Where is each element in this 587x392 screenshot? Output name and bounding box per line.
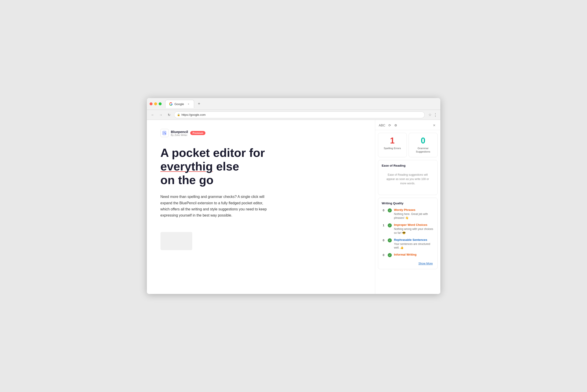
refresh-button[interactable]: ↻	[166, 112, 172, 118]
address-bar-input[interactable]: 🔒 https://google.com	[174, 112, 425, 118]
improper-word-choices-count: 1	[382, 224, 386, 227]
address-bar: ← → ↻ 🔒 https://google.com ☆ ⋮	[147, 110, 440, 120]
hero-line1: A pocket editor for	[160, 146, 265, 159]
app-subtitle: By Zoho Writer	[171, 134, 188, 136]
bluepencil-panel: ABC ⟳ ⚙ ✕ 1 Spelling Errors 0 Grammar Su…	[375, 120, 440, 294]
app-name: Bluepencil	[171, 130, 188, 134]
improper-word-choices-info: Improper Word Choices Nothing wrong with…	[394, 223, 434, 235]
lock-icon: 🔒	[177, 113, 180, 116]
premium-badge: Premium	[190, 131, 206, 135]
ease-of-reading-note: Ease of Reading suggestions will appear …	[382, 170, 434, 191]
improper-word-choices-name[interactable]: Improper Word Choices	[394, 223, 434, 226]
informal-writing-check-icon: ✓	[388, 253, 392, 257]
app-header: Bluepencil By Zoho Writer Premium	[160, 129, 361, 137]
address-text: https://google.com	[182, 113, 422, 116]
informal-writing-name[interactable]: Informal Writing	[394, 253, 434, 256]
hero-section: A pocket editor for everythig else on th…	[160, 146, 361, 187]
rephrasable-sentences-count: 0	[382, 238, 386, 242]
grammar-suggestions-card: 0 Grammar Suggestions	[408, 133, 438, 157]
panel-close-button[interactable]: ✕	[433, 124, 437, 127]
hero-heading: A pocket editor for everythig else on th…	[160, 146, 361, 187]
wordy-phrases-check-icon: ✓	[388, 208, 392, 212]
maximize-window-button[interactable]	[159, 102, 162, 105]
rephrasable-sentences-name[interactable]: Rephrasable Sentences	[394, 238, 434, 242]
close-x-icon: ✕	[433, 124, 436, 127]
informal-writing-item: 0 ✓ Informal Writing	[382, 253, 434, 257]
informal-writing-info: Informal Writing	[394, 253, 434, 257]
close-window-button[interactable]	[150, 102, 152, 105]
back-button[interactable]: ←	[150, 112, 156, 118]
rephrasable-sentences-item: 0 ✓ Rephrasable Sentences Your sentences…	[382, 238, 434, 250]
spelling-errors-card: 1 Spelling Errors	[378, 133, 407, 157]
wordy-phrases-desc: Nothing here. Great job with phrases! 👋	[394, 212, 434, 220]
wordy-phrases-item: 0 ✓ Wordy Phrases Nothing here. Great jo…	[382, 208, 434, 220]
settings-icon[interactable]: ⚙	[394, 124, 397, 127]
spelling-errors-count: 1	[381, 137, 404, 145]
main-content-area: Bluepencil By Zoho Writer Premium A pock…	[147, 120, 375, 294]
writing-quality-title: Writing Quality	[382, 202, 434, 205]
browser-tab[interactable]: Google ×	[165, 100, 194, 108]
app-logo	[160, 129, 169, 137]
hero-line3: on the go	[160, 174, 214, 186]
content-thumbnail	[160, 232, 192, 250]
wordy-phrases-name[interactable]: Wordy Phrases	[394, 208, 434, 212]
title-bar: Google × +	[147, 98, 440, 110]
spelling-errors-label: Spelling Errors	[381, 147, 404, 150]
rephrasable-sentences-check-icon: ✓	[388, 238, 392, 242]
app-title-block: Bluepencil By Zoho Writer	[171, 130, 188, 136]
rephrasable-sentences-desc: Your sentences are structured well. 👍	[394, 242, 434, 250]
panel-toolbar: ABC ⟳ ⚙ ✕	[375, 124, 440, 130]
hero-line2-underlined: everythig	[160, 160, 213, 173]
bookmark-button[interactable]: ☆	[428, 112, 432, 117]
tab-close-button[interactable]: ×	[186, 102, 190, 106]
hero-line2-rest: else	[213, 160, 239, 173]
show-more-link[interactable]: Show More	[418, 262, 433, 265]
grammar-count: 0	[412, 137, 435, 145]
browser-window: Google × + ← → ↻ 🔒 https://google.com ☆ …	[147, 98, 440, 294]
show-more-section: Show More	[382, 260, 434, 265]
page-content: Bluepencil By Zoho Writer Premium A pock…	[147, 120, 440, 294]
wordy-phrases-info: Wordy Phrases Nothing here. Great job wi…	[394, 208, 434, 220]
wordy-phrases-count: 0	[382, 208, 386, 212]
tab-favicon	[169, 102, 173, 106]
improper-word-choices-check-icon: ✓	[388, 223, 392, 228]
hero-body-text: Need more than spelling and grammar chec…	[160, 194, 272, 218]
writing-quality-section: Writing Quality 0 ✓ Wordy Phrases Nothin…	[378, 198, 438, 269]
grammar-label: Grammar Suggestions	[412, 147, 435, 154]
spell-check-icon[interactable]: ABC	[379, 124, 386, 127]
rephrasable-sentences-info: Rephrasable Sentences Your sentences are…	[394, 238, 434, 250]
tab-title: Google	[174, 102, 184, 106]
ease-of-reading-section: Ease of Reading Ease of Reading suggesti…	[378, 160, 438, 195]
refresh-icon[interactable]: ⟳	[388, 124, 391, 127]
stats-row: 1 Spelling Errors 0 Grammar Suggestions	[375, 133, 440, 157]
minimize-window-button[interactable]	[154, 102, 157, 105]
forward-button[interactable]: →	[158, 112, 164, 118]
ease-of-reading-title: Ease of Reading	[382, 164, 434, 167]
improper-word-choices-desc: Nothing wrong with your choices so far! …	[394, 227, 434, 235]
toolbar-icons: ABC ⟳ ⚙	[379, 124, 398, 127]
browser-menu-button[interactable]: ⋮	[433, 112, 438, 117]
new-tab-button[interactable]: +	[196, 100, 202, 107]
improper-word-choices-item: 1 ✓ Improper Word Choices Nothing wrong …	[382, 223, 434, 235]
informal-writing-count: 0	[382, 253, 386, 257]
traffic-lights	[150, 102, 162, 105]
